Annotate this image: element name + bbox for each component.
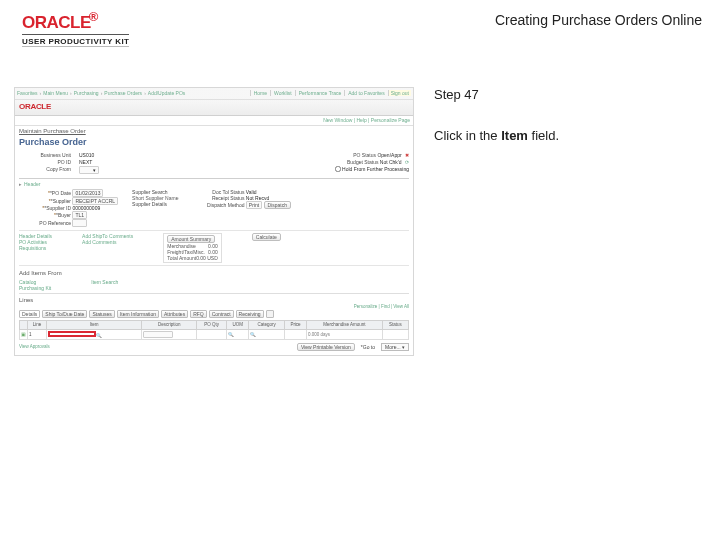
tab-rfq[interactable]: RFQ (190, 310, 207, 318)
breadcrumb[interactable]: Favorites (17, 90, 38, 96)
item-search-link[interactable]: Item Search (91, 279, 118, 291)
view-approval-link[interactable]: View Approvals (19, 344, 50, 349)
step-number: Step 47 (434, 87, 702, 102)
header-links-1: Header Details PO Activities Requisition… (19, 233, 52, 263)
supplier-search-link[interactable]: Supplier Search (132, 189, 168, 195)
col-cat: Category (249, 321, 284, 329)
step-instruction: Click in the Item field. (434, 128, 702, 143)
tab-iteminfo[interactable]: Item Information (117, 310, 159, 318)
grid-actions[interactable]: Personalize | Find | View All (19, 304, 409, 309)
col-item: Item (47, 321, 142, 329)
table-row: ▣ 1 🔍 🔍 🔍 0.000 days (20, 329, 409, 339)
cell-amount: 0.000 days (307, 329, 383, 339)
buyer-label: *Buyer (19, 212, 71, 218)
cell-description[interactable] (142, 329, 197, 339)
hold-label: Hold From Further Processing (342, 166, 409, 172)
divider (22, 34, 129, 35)
global-nav: Home Worklist Performance Trace Add to F… (250, 90, 411, 96)
tab-statuses[interactable]: Statuses (89, 310, 114, 318)
tab-attributes[interactable]: Attributes (161, 310, 188, 318)
app-body: Maintain Purchase Order Purchase Order B… (15, 126, 413, 356)
header-details-link[interactable]: Header Details (19, 233, 52, 239)
cell-uom[interactable]: 🔍 (226, 329, 249, 339)
amount-summary-button[interactable]: Amount Summary (167, 235, 215, 243)
breadcrumb-bar: Favorites› Main Menu› Purchasing› Purcha… (15, 88, 413, 100)
cell-line: 1 (28, 329, 47, 339)
lines-tabs: Details Ship To/Due Date Statuses Item I… (19, 310, 409, 318)
lines-grid: Line Item Description PO Qty UOM Categor… (19, 320, 409, 340)
grid-footer: View Approvals View Printable Version *G… (19, 343, 409, 351)
breadcrumb[interactable]: Purchasing (74, 90, 99, 96)
postatus-label: PO Status (353, 152, 376, 158)
cell-price[interactable] (284, 329, 306, 339)
podate-input[interactable]: 01/02/2013 (72, 189, 103, 197)
lookup-icon[interactable]: 🔍 (228, 332, 234, 337)
col-amount: Merchandise Amount (307, 321, 383, 329)
cell-qty[interactable] (197, 329, 227, 339)
topic-title: Creating Purchase Orders Online (495, 12, 702, 28)
app-screenshot: Favorites› Main Menu› Purchasing› Purcha… (14, 87, 414, 357)
breadcrumb[interactable]: Add/Update POs (148, 90, 186, 96)
tab-shipto[interactable]: Ship To/Due Date (42, 310, 87, 318)
supplier-input[interactable]: RECEIPT ACCRL (72, 197, 118, 205)
supplier-details-link[interactable]: Supplier Details (132, 201, 167, 207)
poid-label: PO ID (19, 159, 71, 165)
dispatch-button[interactable]: Dispatch (264, 201, 291, 209)
brand-block: ORACLE® USER PRODUCTIVITY KIT (22, 10, 129, 47)
purchasing-kit-link[interactable]: Purchasing Kit (19, 285, 51, 291)
nav-perf[interactable]: Performance Trace (295, 90, 342, 96)
goto-label: *Go to (361, 344, 375, 350)
breadcrumb[interactable]: Main Menu (43, 90, 68, 96)
nav-fav[interactable]: Add to Favorites (344, 90, 384, 96)
instruction-post: field. (528, 128, 559, 143)
col-qty: PO Qty (197, 321, 227, 329)
breadcrumb[interactable]: Purchase Orders (104, 90, 142, 96)
dispatch-select[interactable]: Print (246, 201, 262, 209)
additems-title: Add Items From (19, 270, 62, 276)
item-field[interactable] (48, 331, 96, 337)
col-status: Status (382, 321, 408, 329)
header-section[interactable]: Header (19, 178, 409, 187)
total-label: Total Amount (167, 255, 196, 261)
nav-home[interactable]: Home (250, 90, 267, 96)
poref-input[interactable] (72, 219, 86, 227)
shipto-comments-link[interactable]: Add ShipTo Comments (82, 233, 133, 239)
cell-category[interactable]: 🔍 (249, 329, 284, 339)
col-uom: UOM (226, 321, 249, 329)
copy-select[interactable]: ▾ (79, 166, 99, 174)
podate-label: *PO Date (19, 190, 71, 196)
page-actions: New Window | Help | Personalize Page (15, 116, 413, 126)
supplierid-label: *Supplier ID (19, 205, 71, 211)
refresh-icon[interactable]: ⟳ (405, 159, 409, 165)
requisitions-link[interactable]: Requisitions (19, 245, 52, 251)
bu-label: Business Unit (19, 152, 71, 158)
row-expand-icon[interactable]: ▣ (20, 329, 28, 339)
postatus-value: Open/Appr (377, 152, 401, 158)
view-printable-button[interactable]: View Printable Version (297, 343, 355, 351)
budget-value: Not Chk'd (380, 159, 402, 165)
col-price: Price (284, 321, 306, 329)
nav-worklist[interactable]: Worklist (270, 90, 292, 96)
buyer-input[interactable]: TL1 (72, 211, 87, 219)
delete-icon[interactable]: ✖ (405, 152, 409, 158)
tab-details[interactable]: Details (19, 310, 40, 318)
tab-contract[interactable]: Contract (209, 310, 234, 318)
supplier-label: *Supplier (19, 198, 71, 204)
header-links-2: Add ShipTo Comments Add Comments (82, 233, 133, 263)
content-row: Favorites› Main Menu› Purchasing› Purcha… (0, 53, 720, 357)
expand-icon[interactable] (266, 310, 274, 318)
lookup-icon[interactable]: 🔍 (250, 332, 256, 337)
instruction-bold: Item (501, 128, 528, 143)
col-line: Line (28, 321, 47, 329)
app-brand-bar: ORACLE (15, 100, 413, 116)
page-actions-links[interactable]: New Window | Help | Personalize Page (323, 117, 410, 123)
lookup-icon[interactable]: 🔍 (96, 333, 102, 338)
goto-select[interactable]: More... ▾ (381, 343, 409, 351)
nav-signout[interactable]: Sign out (388, 90, 411, 96)
hold-checkbox[interactable] (335, 166, 341, 172)
tab-receiving[interactable]: Receiving (236, 310, 264, 318)
logo-dot-icon: ® (89, 9, 98, 24)
calculate-button[interactable]: Calculate (252, 233, 281, 241)
add-comments-link[interactable]: Add Comments (82, 239, 133, 245)
rcpt-value: Not Recvd (246, 195, 269, 201)
